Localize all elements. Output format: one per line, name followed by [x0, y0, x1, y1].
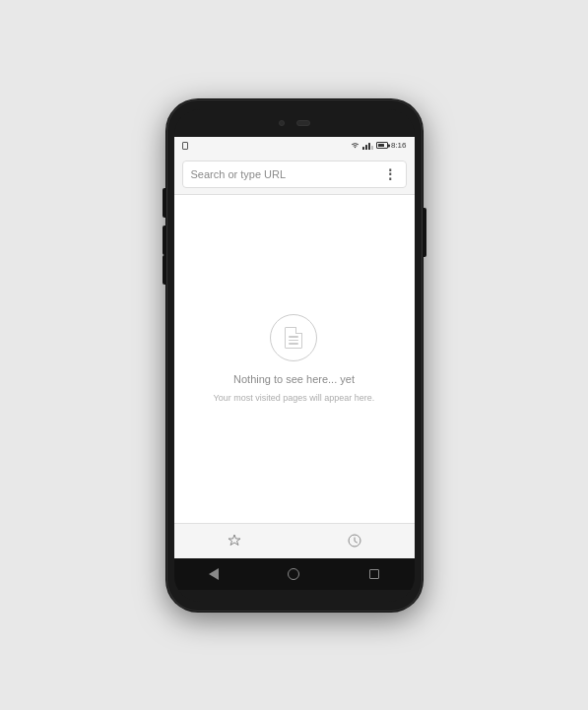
back-button[interactable] [202, 562, 226, 586]
address-bar-container: Search or type URL ⋮ [174, 155, 415, 195]
more-options-icon[interactable]: ⋮ [383, 167, 398, 181]
status-right: 8:16 [351, 141, 407, 150]
phone-bottom [174, 590, 415, 602]
home-circle-icon [288, 568, 299, 580]
status-left [182, 142, 188, 150]
phone-inner: 8:16 Search or type URL ⋮ [174, 109, 415, 602]
battery-icon [376, 142, 388, 149]
empty-title: Nothing to see here... yet [233, 373, 355, 385]
bookmarks-button[interactable] [219, 525, 250, 556]
speaker-grille [296, 120, 310, 126]
browser-nav-bar [174, 523, 415, 558]
address-bar[interactable]: Search or type URL ⋮ [182, 161, 407, 188]
back-triangle-icon [209, 568, 219, 580]
camera-dot [279, 120, 285, 126]
history-button[interactable] [339, 525, 370, 556]
status-bar: 8:16 [174, 137, 415, 155]
phone-device: 8:16 Search or type URL ⋮ [166, 99, 423, 612]
doc-lines [289, 336, 298, 347]
phone-top-bar [174, 109, 415, 137]
signal-icon [362, 142, 373, 150]
doc-line-3 [289, 343, 298, 345]
system-nav-bar [174, 558, 415, 590]
screen: 8:16 Search or type URL ⋮ [174, 137, 415, 558]
empty-state: Nothing to see here... yet Your most vis… [214, 314, 375, 403]
recents-button[interactable] [362, 562, 386, 586]
empty-icon-circle [270, 314, 317, 361]
battery-fill [378, 144, 384, 147]
notification-icon [182, 142, 188, 150]
doc-line-2 [289, 340, 298, 342]
home-button[interactable] [282, 562, 305, 586]
status-time: 8:16 [391, 141, 407, 150]
history-clock-icon [347, 533, 362, 549]
browser-content: Nothing to see here... yet Your most vis… [174, 195, 415, 523]
wifi-icon [351, 142, 359, 149]
document-icon [285, 327, 302, 349]
bookmark-star-icon [227, 533, 242, 549]
doc-line-1 [289, 336, 298, 338]
empty-subtitle: Your most visited pages will appear here… [214, 393, 375, 403]
recents-square-icon [369, 569, 379, 579]
address-text: Search or type URL [191, 168, 383, 180]
